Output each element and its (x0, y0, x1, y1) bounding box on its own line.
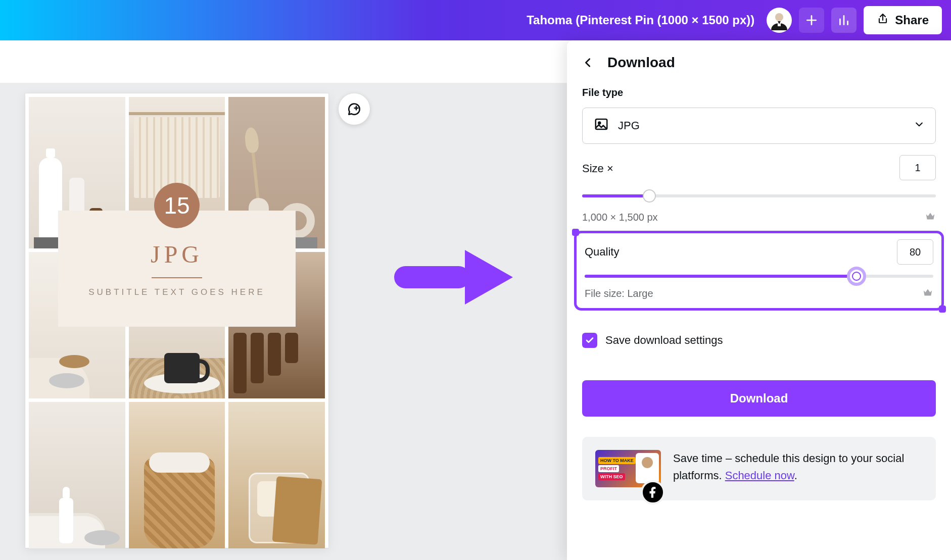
download-panel: Download File type JPG Size × 1 1,000 × … (567, 40, 951, 560)
quality-input[interactable]: 80 (897, 239, 933, 265)
share-label: Share (895, 13, 929, 27)
size-slider[interactable] (582, 187, 936, 205)
add-button[interactable] (799, 8, 824, 33)
share-button[interactable]: Share (864, 6, 942, 34)
size-input[interactable]: 1 (899, 155, 936, 180)
size-label: Size × (582, 162, 613, 175)
save-settings-checkbox[interactable]: Save download settings (582, 333, 936, 348)
quality-section-highlight: Quality 80 File size: Large (574, 231, 944, 311)
svg-point-4 (598, 122, 600, 124)
schedule-promo: HOW TO MAKE PROFIT WITH SEO Save time – … (582, 437, 936, 500)
top-bar: Tahoma (Pinterest Pin (1000 × 1500 px)) … (0, 0, 951, 40)
design-badge: 15 (154, 183, 200, 228)
slider-thumb[interactable] (847, 267, 866, 286)
quality-label: Quality (585, 245, 619, 259)
grid-tile (29, 402, 125, 548)
design-heading: JPG (151, 240, 203, 268)
quality-slider[interactable] (585, 268, 933, 285)
svg-rect-2 (394, 266, 470, 288)
crown-icon (925, 211, 936, 224)
share-icon (877, 13, 889, 28)
dimensions-text: 1,000 × 1,500 px (582, 212, 658, 223)
panel-title: Download (607, 55, 675, 71)
filetype-value: JPG (618, 119, 640, 132)
download-button[interactable]: Download (582, 380, 936, 417)
design-preview[interactable]: 15 JPG SUBTITLE TEXT GOES HERE (25, 93, 328, 548)
design-subtitle: SUBTITLE TEXT GOES HERE (88, 287, 265, 297)
crown-icon (922, 287, 933, 300)
insights-button[interactable] (831, 8, 857, 33)
slider-thumb[interactable] (643, 189, 656, 202)
promo-text: Save time – schedule this design to your… (673, 450, 923, 484)
chevron-down-icon (914, 119, 924, 132)
annotation-arrow-icon (394, 245, 515, 306)
checkbox-checked-icon (582, 333, 597, 348)
grid-tile (129, 402, 225, 548)
avatar[interactable] (767, 8, 792, 33)
facebook-icon (641, 480, 665, 504)
document-title[interactable]: Tahoma (Pinterest Pin (1000 × 1500 px)) (527, 13, 754, 27)
filesize-text: File size: Large (585, 288, 653, 299)
image-icon (594, 117, 609, 135)
back-button[interactable] (579, 54, 597, 72)
filetype-label: File type (582, 87, 936, 98)
filetype-select[interactable]: JPG (582, 108, 936, 144)
schedule-now-link[interactable]: Schedule now (725, 469, 794, 482)
comment-button[interactable] (339, 93, 370, 125)
svg-point-0 (775, 13, 783, 21)
divider (152, 277, 202, 278)
grid-tile (228, 402, 325, 548)
save-settings-label: Save download settings (605, 334, 723, 347)
